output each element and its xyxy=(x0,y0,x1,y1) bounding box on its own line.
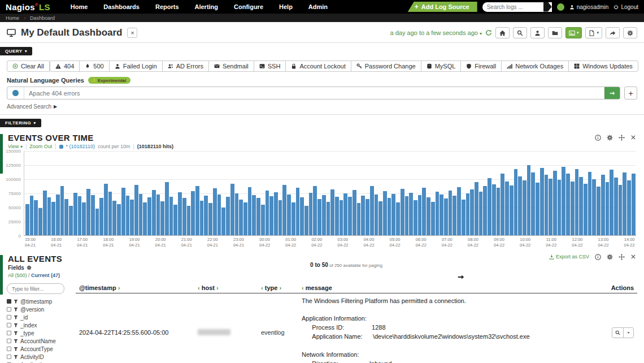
field-item-_type[interactable]: _type xyxy=(7,329,76,337)
chart-plot-area[interactable] xyxy=(24,151,636,236)
dashboard-search-button[interactable] xyxy=(513,27,527,38)
field-item-application[interactable]: Application xyxy=(7,361,76,363)
user-menu[interactable]: nagiosadmin xyxy=(569,4,609,10)
field-checkbox[interactable] xyxy=(7,315,11,319)
panel-drag-handle[interactable] xyxy=(0,255,3,295)
nav-search-input[interactable] xyxy=(487,4,543,10)
column-header-timestamp[interactable]: @timestamp › xyxy=(76,283,194,293)
panel-drag-handle[interactable] xyxy=(0,134,3,174)
filter-chip-windows-updates[interactable]: Windows Updates xyxy=(568,60,638,72)
breadcrumb-home[interactable]: Home xyxy=(6,15,19,21)
column-header-message[interactable]: ‹ message xyxy=(298,283,597,293)
filter-chip-ad-errors[interactable]: AD Errors xyxy=(162,60,209,72)
filter-chip-404[interactable]: 404 xyxy=(50,60,80,72)
gear-icon[interactable] xyxy=(607,135,613,141)
field-filter-input[interactable] xyxy=(7,283,64,294)
view-event-button[interactable] xyxy=(612,327,624,338)
field-checkbox[interactable] xyxy=(7,331,11,335)
field-checkbox[interactable] xyxy=(7,307,11,312)
filtering-tab[interactable]: FILTERING▾ xyxy=(0,119,41,127)
gear-icon[interactable] xyxy=(607,254,613,260)
field-checkbox[interactable] xyxy=(7,299,11,304)
move-column-left-icon[interactable]: ‹ xyxy=(302,284,304,291)
filter-chip-ssh[interactable]: SSH xyxy=(254,60,286,72)
filter-chip-sendmail[interactable]: Sendmail xyxy=(208,60,254,72)
column-header-type[interactable]: ‹ type › xyxy=(258,283,298,293)
advanced-search-link[interactable]: Advanced Search▶ xyxy=(7,103,637,110)
filter-chip-firewall[interactable]: Firewall xyxy=(460,60,502,72)
filter-chip-network-outages[interactable]: Network Outages xyxy=(501,60,569,72)
field-checkbox[interactable] xyxy=(7,323,11,327)
event-actions-dropdown[interactable] xyxy=(623,327,634,338)
nav-item-home[interactable]: Home xyxy=(71,3,88,10)
field-checkbox[interactable] xyxy=(7,355,11,359)
nav-search-go-icon[interactable] xyxy=(543,2,552,12)
dashboard-settings-button[interactable] xyxy=(623,27,637,38)
filter-chip-password-change[interactable]: Password Change xyxy=(351,60,421,72)
dashboard-share-button[interactable] xyxy=(606,27,620,38)
field-item-accounttype[interactable]: AccountType xyxy=(7,345,76,353)
dashboard-home-button[interactable] xyxy=(495,27,510,38)
query-tab[interactable]: QUERY▾ xyxy=(0,47,32,55)
field-item-activityid[interactable]: ActivityID xyxy=(7,353,76,361)
nav-item-help[interactable]: Help xyxy=(279,3,293,10)
dashboard-export-button[interactable]: ▾ xyxy=(585,27,602,38)
field-item-accountname[interactable]: AccountName xyxy=(7,337,76,345)
field-item-_id[interactable]: _id xyxy=(7,313,76,321)
move-icon[interactable] xyxy=(619,254,625,260)
series-legend-swatch[interactable] xyxy=(59,145,63,149)
filter-chip-500[interactable]: 500 xyxy=(79,60,109,72)
dashboard-load-button[interactable] xyxy=(548,27,562,38)
field-item-timestamp[interactable]: @timestamp xyxy=(7,297,76,305)
close-dashboard-button[interactable]: × xyxy=(127,28,137,38)
field-checkbox[interactable] xyxy=(7,347,11,351)
time-range-selector[interactable]: a day ago to a few seconds ago ▾ xyxy=(390,29,482,36)
nav-item-alerting[interactable]: Alerting xyxy=(195,3,219,10)
dashboard-user-button[interactable] xyxy=(530,27,545,38)
info-icon[interactable] xyxy=(595,135,601,141)
logout-link[interactable]: Logout xyxy=(613,4,638,10)
close-icon[interactable] xyxy=(630,135,636,140)
info-icon[interactable] xyxy=(595,254,601,260)
move-column-left-icon[interactable]: ‹ xyxy=(198,284,200,291)
nagios-logo[interactable]: Nagios®LS xyxy=(6,2,50,12)
column-header-host[interactable]: ‹ host › xyxy=(194,283,258,293)
field-checkbox[interactable] xyxy=(7,339,11,343)
column-header-actions[interactable]: Actions xyxy=(597,283,637,293)
breadcrumb-dashboard[interactable]: Dashboard xyxy=(30,15,55,21)
chart-bar xyxy=(287,195,291,236)
clear-all-button[interactable]: Clear All xyxy=(7,60,50,72)
dashboard-save-button[interactable]: ▾ xyxy=(565,27,582,38)
nlq-query-input[interactable] xyxy=(24,90,604,97)
divider xyxy=(0,42,644,43)
nav-item-dashboards[interactable]: Dashboards xyxy=(103,3,140,10)
add-query-button[interactable]: + xyxy=(624,87,637,100)
main-menu: HomeDashboardsReportsAlertingConfigureHe… xyxy=(71,3,328,10)
export-csv-link[interactable]: Export as CSV xyxy=(549,254,589,260)
current-fields-link[interactable]: Current (47) xyxy=(31,273,60,278)
filter-chip-mysql[interactable]: MySQL xyxy=(421,60,462,72)
close-icon[interactable] xyxy=(630,254,636,260)
nav-item-reports[interactable]: Reports xyxy=(155,3,179,10)
refresh-icon[interactable] xyxy=(485,29,492,36)
event-row[interactable]: 2024-04-22T14:25:55.600-05:00eventlogThe… xyxy=(76,293,637,363)
move-column-right-icon[interactable]: › xyxy=(216,284,219,291)
nav-item-admin[interactable]: Admin xyxy=(308,3,328,10)
move-column-right-icon[interactable]: › xyxy=(118,284,120,291)
nlq-run-button[interactable] xyxy=(604,87,620,99)
field-item-_index[interactable]: _index xyxy=(7,321,76,329)
fields-label[interactable]: Fields xyxy=(8,265,143,271)
filter-chip-account-lockout[interactable]: Account Lockout xyxy=(285,60,351,72)
filter-chip-failed-login[interactable]: Failed Login xyxy=(109,60,163,72)
health-status-icon[interactable] xyxy=(557,3,564,11)
all-fields-link[interactable]: All (500) xyxy=(8,273,27,278)
move-column-right-icon[interactable]: › xyxy=(279,284,281,291)
nav-item-configure[interactable]: Configure xyxy=(234,3,263,10)
add-log-source-button[interactable]: + Add Log Source xyxy=(408,2,477,12)
move-column-left-icon[interactable]: ‹ xyxy=(261,284,263,291)
zoom-out-link[interactable]: Zoom Out xyxy=(29,144,52,149)
next-page-button[interactable] xyxy=(143,274,464,280)
nlq-toggle[interactable] xyxy=(7,87,24,99)
move-icon[interactable] xyxy=(619,135,625,141)
field-item-version[interactable]: @version xyxy=(7,305,76,313)
